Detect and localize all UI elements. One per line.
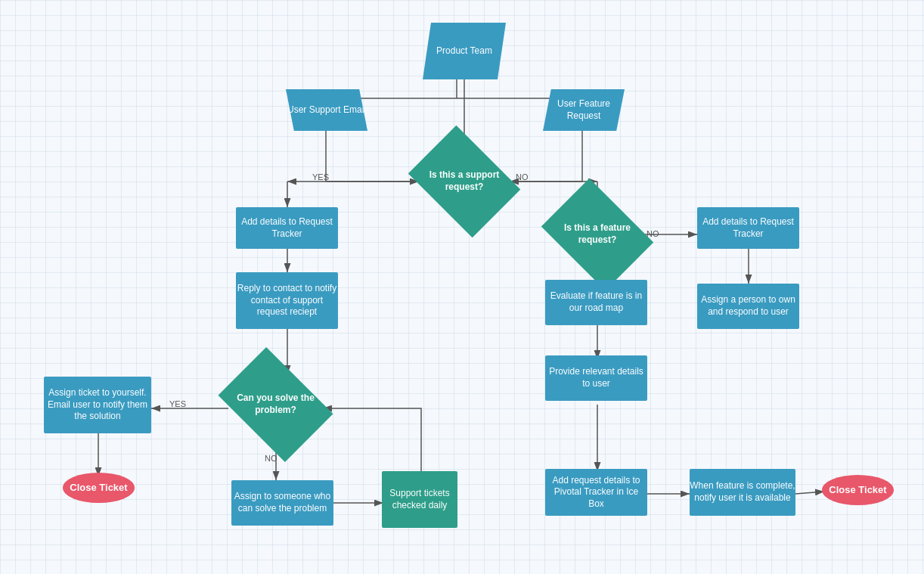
user-feature-request-node: User Feature Request: [543, 89, 625, 131]
product-team-label: Product Team: [436, 45, 492, 57]
support-tickets-daily-node: Support tickets checked daily: [382, 471, 457, 528]
when-feature-complete-node: When feature is complete, notify user it…: [690, 469, 795, 516]
svg-line-27: [795, 492, 824, 494]
label-no-solve: NO: [265, 454, 278, 463]
add-details-rt-right-node: Add details to Request Tracker: [697, 207, 799, 249]
evaluate-feature-node: Evaluate if feature is in our road map: [545, 280, 647, 325]
is-support-request-node: Is this a support request?: [419, 147, 510, 216]
close-ticket-right-node: Close Ticket: [822, 475, 894, 505]
product-team-node: Product Team: [423, 23, 506, 79]
user-support-email-label: User Support Email: [287, 104, 366, 116]
close-ticket-left-label: Close Ticket: [70, 482, 127, 495]
add-pivotal-label: Add request details to Pivotal Tracker i…: [545, 475, 647, 510]
when-feature-complete-label: When feature is complete, notify user it…: [690, 480, 795, 504]
add-details-rt-left-label: Add details to Request Tracker: [236, 216, 338, 240]
add-pivotal-node: Add request details to Pivotal Tracker i…: [545, 469, 647, 516]
close-ticket-right-label: Close Ticket: [829, 484, 886, 497]
can-you-solve-node: Can you solve the problem?: [228, 371, 323, 439]
assign-someone-label: Assign to someone who can solve the prob…: [231, 491, 333, 514]
label-yes-solve: YES: [169, 399, 186, 408]
label-no-right: NO: [516, 172, 529, 182]
provide-details-label: Provide relevant details to user: [545, 366, 647, 389]
support-tickets-daily-label: Support tickets checked daily: [382, 488, 457, 511]
assign-someone-node: Assign to someone who can solve the prob…: [231, 480, 333, 526]
user-feature-request-label: User Feature Request: [543, 98, 625, 122]
is-feature-request-label: Is this a feature request?: [552, 222, 643, 246]
assign-ticket-node: Assign ticket to yourself. Email user to…: [44, 377, 151, 433]
assign-ticket-label: Assign ticket to yourself. Email user to…: [44, 387, 151, 423]
provide-details-node: Provide relevant details to user: [545, 355, 647, 401]
reply-contact-label: Reply to contact to notify contact of su…: [236, 283, 338, 318]
assign-person-label: Assign a person to own and respond to us…: [697, 294, 799, 318]
user-support-email-node: User Support Email: [286, 89, 367, 131]
reply-contact-node: Reply to contact to notify contact of su…: [236, 272, 338, 329]
evaluate-feature-label: Evaluate if feature is in our road map: [545, 290, 647, 314]
is-feature-request-node: Is this a feature request?: [552, 200, 643, 268]
add-details-rt-left-node: Add details to Request Tracker: [236, 207, 338, 249]
close-ticket-left-node: Close Ticket: [63, 473, 135, 503]
is-support-request-label: Is this a support request?: [419, 169, 510, 193]
flowchart: YES NO YES NO NO YES Product Team User S…: [0, 0, 924, 574]
can-you-solve-label: Can you solve the problem?: [228, 392, 323, 416]
add-details-rt-right-label: Add details to Request Tracker: [697, 216, 799, 240]
label-yes-left: YES: [312, 172, 329, 182]
assign-person-node: Assign a person to own and respond to us…: [697, 284, 799, 329]
